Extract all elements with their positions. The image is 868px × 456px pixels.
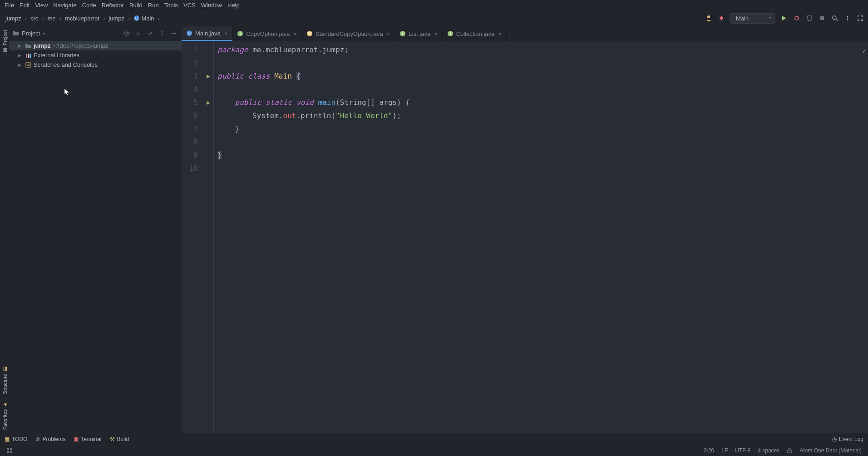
tree-row-external-libraries[interactable]: ▶ External Libraries (9, 50, 182, 60)
tab-label: Collection.java (456, 30, 495, 37)
menu-view[interactable]: View (32, 1, 50, 10)
status-theme[interactable]: Atom One Dark (Material) (799, 447, 862, 454)
interface-icon: I (237, 30, 243, 37)
menu-help[interactable]: Help (225, 1, 242, 10)
more-icon[interactable] (158, 29, 166, 37)
svg-point-22 (162, 33, 163, 34)
stop-button[interactable] (818, 14, 826, 22)
tree-node-name: Scratches and Consoles (34, 61, 98, 68)
svg-text:I: I (402, 31, 404, 36)
svg-text:E: E (308, 31, 311, 36)
menu-window[interactable]: Window (198, 1, 225, 10)
more-icon[interactable] (843, 14, 852, 22)
menu-file[interactable]: File (2, 1, 17, 10)
updates-icon[interactable] (717, 14, 725, 22)
rail-project[interactable]: ▦ Project (1, 26, 9, 57)
rail-favorites[interactable]: Favorites ★ (1, 398, 9, 433)
status-encoding[interactable]: UTF-8 (735, 447, 750, 454)
tree-row-scratches[interactable]: ▶ Scratches and Consoles (9, 60, 182, 69)
bottom-terminal[interactable]: ▣ Terminal (74, 436, 101, 442)
status-indent[interactable]: 4 spaces (758, 447, 779, 454)
coverage-button[interactable] (805, 14, 814, 22)
editor-tabs: C Main.java × I CopyOption.java × E Stan… (182, 26, 868, 41)
bottom-tool-bar: ▦ TODO ⊘ Problems ▣ Terminal ⚒ Build ◷ E… (0, 433, 868, 445)
crumb-separator: › (158, 15, 160, 22)
run-button[interactable] (780, 14, 788, 22)
menu-edit[interactable]: Edit (17, 1, 32, 10)
menu-vcs[interactable]: VCS (181, 1, 198, 10)
menu-tools[interactable]: Tools (162, 1, 181, 10)
svg-text:C: C (188, 31, 191, 35)
lock-icon[interactable] (787, 448, 792, 453)
svg-rect-28 (26, 63, 30, 67)
event-log-icon: ◷ (832, 436, 837, 442)
run-configuration-selector[interactable]: Main (730, 13, 775, 24)
crumb-separator: › (25, 15, 27, 22)
crumb-project[interactable]: jumpz (4, 15, 23, 22)
code-text: [] args) { (366, 98, 410, 107)
menu-run[interactable]: Run (145, 1, 162, 10)
svg-text:I: I (449, 31, 451, 36)
bottom-eventlog[interactable]: ◷ Event Log (832, 436, 863, 442)
status-cursor[interactable]: 3:20 (704, 447, 714, 454)
crumb-me[interactable]: me (46, 15, 58, 22)
svg-point-3 (795, 16, 799, 20)
rail-structure[interactable]: Structure ◧ (1, 362, 9, 398)
run-method-icon[interactable]: ▶ (203, 96, 213, 109)
inspection-indicator[interactable]: ✓ (863, 44, 866, 58)
close-icon[interactable]: × (292, 30, 298, 37)
crumb-main[interactable]: C Main (132, 15, 156, 22)
enum-icon: E (306, 30, 313, 37)
run-class-icon[interactable]: ▶ (203, 69, 213, 83)
field: out (283, 111, 296, 120)
search-icon[interactable] (831, 14, 839, 22)
target-icon[interactable] (123, 29, 131, 37)
hide-icon[interactable] (170, 29, 178, 37)
folder-icon (25, 43, 31, 49)
fullscreen-icon[interactable] (856, 14, 864, 22)
menu-refactor[interactable]: Refactor (99, 1, 127, 10)
svg-point-10 (833, 16, 836, 20)
tab-label: Main.java (195, 30, 221, 37)
close-icon[interactable]: × (497, 30, 503, 37)
tree-row-jumpz[interactable]: ▶ jumpz ~/IdeaProjects/jumpz (9, 41, 182, 50)
tab-collection-java[interactable]: I Collection.java × (443, 26, 507, 41)
menu-build[interactable]: Build (127, 1, 145, 10)
code-content[interactable]: package me.mcblueparrot.jumpz; public cl… (213, 41, 868, 433)
bottom-problems[interactable]: ⊘ Problems (35, 436, 65, 442)
tab-standardcopyoption-java[interactable]: E StandardCopyOption.java × (302, 26, 395, 41)
bottom-label: TODO (12, 436, 27, 442)
debug-button[interactable] (793, 14, 801, 22)
chevron-right-icon: ▶ (18, 53, 23, 58)
project-sidebar: Project ▾ (9, 26, 182, 433)
structure-icon: ◧ (2, 366, 8, 372)
close-icon[interactable]: × (433, 30, 439, 37)
bottom-build[interactable]: ⚒ Build (110, 436, 129, 442)
code-editor[interactable]: 1 2 3 4 5 6 7 8 9 10 ▶ ▶ (182, 41, 868, 433)
class-icon: C (186, 30, 192, 36)
tab-copyoption-java[interactable]: I CopyOption.java × (232, 26, 302, 41)
status-left-icon[interactable] (6, 447, 13, 454)
status-line-ending[interactable]: LF (721, 447, 728, 454)
navigation-row: jumpz › src › me › mcblueparrot › jumpz … (0, 10, 868, 26)
close-icon[interactable]: × (386, 30, 391, 37)
avatar-icon[interactable] (705, 14, 713, 22)
crumb-mcblueparrot[interactable]: mcblueparrot (63, 15, 101, 22)
crumb-separator: › (42, 15, 44, 22)
tab-main-java[interactable]: C Main.java × (182, 26, 232, 41)
svg-point-12 (847, 16, 848, 17)
collapse-icon[interactable] (146, 29, 154, 37)
svg-text:C: C (135, 16, 138, 20)
sidebar-title-group[interactable]: Project ▾ (13, 30, 45, 37)
crumb-separator: › (128, 15, 130, 22)
crumb-src[interactable]: src (29, 15, 40, 22)
close-icon[interactable]: × (223, 30, 229, 37)
tab-list-java[interactable]: I List.java × (395, 26, 442, 41)
menu-navigate[interactable]: Navigate (50, 1, 79, 10)
bottom-todo[interactable]: ▦ TODO (5, 436, 27, 442)
expand-icon[interactable] (134, 29, 143, 37)
menu-code[interactable]: Code (79, 1, 99, 10)
crumb-jumpz[interactable]: jumpz (107, 15, 126, 22)
menubar: File Edit View Navigate Code Refactor Bu… (0, 0, 868, 10)
svg-point-2 (707, 15, 710, 18)
